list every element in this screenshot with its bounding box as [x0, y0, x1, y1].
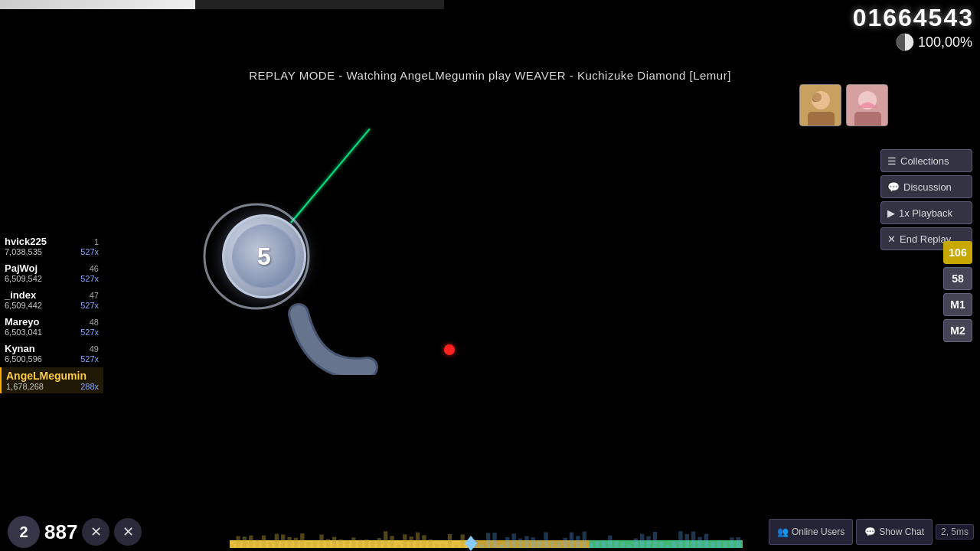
svg-rect-81 [685, 534, 689, 548]
svg-rect-84 [704, 534, 708, 548]
lb-entry-4: Kynan 49 6,500,596 527x [0, 341, 103, 366]
avatar-1 [799, 84, 841, 126]
svg-rect-20 [294, 538, 298, 548]
score-digit-6: 4 [943, 4, 957, 32]
svg-rect-73 [634, 538, 638, 548]
svg-rect-72 [627, 545, 631, 548]
x-symbol-2: ✕ [122, 523, 134, 540]
accuracy-value: 100,00% [918, 34, 972, 51]
num-btn-m1[interactable]: M1 [943, 293, 972, 316]
collections-button[interactable]: ☰ Collections [880, 149, 972, 172]
svg-rect-12 [243, 536, 247, 548]
song-progress-bar[interactable] [230, 513, 743, 551]
svg-point-5 [812, 93, 822, 102]
lb-score-4: 6,500,596 [5, 354, 42, 364]
lb-rank-4: 49 [90, 344, 99, 354]
discussion-label: Discussion [903, 181, 952, 193]
lb-combo-3: 527x [80, 328, 99, 337]
x-icon-1: ✕ [82, 518, 109, 546]
svg-rect-32 [371, 540, 374, 548]
cursor-dot [444, 344, 455, 355]
x-icon-2: ✕ [114, 518, 142, 546]
score-digit-4: 4 [913, 4, 927, 32]
svg-rect-68 [602, 541, 606, 548]
lb-entry-5: AngeLMegumin 1,678,268 288x [0, 367, 103, 393]
lb-name-4: Kynan [5, 343, 35, 354]
svg-rect-64 [576, 536, 580, 548]
discussion-icon: 💬 [887, 181, 900, 193]
svg-rect-36 [397, 545, 400, 548]
svg-rect-28 [345, 541, 349, 548]
show-chat-label: Show Chat [879, 527, 924, 537]
svg-rect-29 [351, 537, 355, 548]
score-display: 0 1 6 6 4 5 4 3 [853, 4, 972, 32]
svg-rect-23 [313, 541, 317, 548]
svg-rect-19 [287, 537, 291, 548]
svg-rect-74 [640, 534, 644, 548]
svg-rect-52 [499, 544, 503, 548]
game-field: 5 [115, 122, 651, 467]
svg-rect-39 [416, 533, 420, 548]
playback-button[interactable]: ▶ 1x Playback [880, 201, 972, 224]
svg-rect-69 [608, 536, 612, 548]
svg-rect-71 [621, 543, 625, 548]
svg-rect-14 [256, 540, 260, 548]
lb-combo-0: 527x [80, 247, 99, 256]
top-progress-bar [0, 0, 444, 9]
svg-rect-86 [717, 541, 721, 548]
online-users-label: Online Users [792, 527, 844, 537]
svg-rect-44 [448, 534, 452, 548]
avatar-2 [846, 84, 888, 126]
num-btn-m2[interactable]: M2 [943, 319, 972, 342]
replay-mode-text: REPLAY MODE - Watching AngeLMegumin play… [0, 69, 980, 82]
svg-rect-88 [730, 537, 733, 548]
svg-rect-30 [358, 540, 362, 548]
discussion-button[interactable]: 💬 Discussion [880, 175, 972, 198]
svg-rect-40 [422, 535, 426, 548]
svg-rect-34 [384, 531, 387, 548]
lb-rank-1: 46 [90, 264, 99, 273]
svg-rect-65 [583, 532, 586, 548]
approach-line [290, 129, 370, 223]
svg-rect-43 [441, 544, 445, 548]
svg-rect-10 [230, 544, 234, 548]
lb-entry-3: Mareyo 48 6,503,041 527x [0, 314, 103, 339]
collections-label: Collections [900, 155, 949, 167]
lb-score-2: 6,509,442 [5, 301, 42, 310]
online-users-button[interactable]: 👥 Online Users [769, 519, 853, 545]
num-btn-58[interactable]: 58 [943, 267, 972, 290]
svg-rect-87 [724, 541, 727, 548]
num-btn-106[interactable]: 106 [943, 241, 972, 264]
svg-rect-26 [332, 537, 336, 548]
hit-circle-5: 5 [222, 214, 306, 298]
svg-rect-85 [710, 542, 714, 548]
show-chat-button[interactable]: 💬 Show Chat [856, 519, 933, 545]
svg-rect-27 [338, 540, 342, 548]
lb-name-3: Mareyo [5, 316, 40, 328]
waveform-svg [230, 525, 743, 548]
svg-rect-31 [364, 540, 368, 548]
svg-rect-66 [589, 543, 593, 548]
svg-rect-42 [435, 544, 439, 548]
svg-rect-75 [646, 536, 650, 548]
score-digit-3: 6 [898, 4, 912, 32]
stat-num-circle: 2 [8, 516, 40, 548]
svg-rect-58 [537, 540, 541, 548]
playback-label: 1x Playback [899, 207, 952, 219]
lb-name-0: hvick225 [5, 236, 47, 247]
x-symbol-1: ✕ [90, 523, 102, 540]
lb-name-1: PajWoj [5, 262, 38, 274]
svg-rect-15 [262, 536, 266, 548]
progress-track[interactable] [230, 540, 743, 548]
svg-rect-50 [486, 533, 490, 548]
svg-rect-24 [319, 535, 323, 548]
latency-value: 2, 5ms [941, 527, 969, 537]
lb-entry-0: hvick225 1 7,038,535 527x [0, 233, 103, 259]
svg-rect-62 [564, 538, 567, 548]
progress-cursor[interactable] [465, 536, 477, 551]
player-avatars [799, 84, 888, 126]
svg-rect-63 [570, 533, 573, 548]
lb-rank-0: 1 [94, 237, 99, 246]
svg-rect-78 [666, 545, 670, 548]
accuracy-pie-icon [895, 32, 915, 52]
